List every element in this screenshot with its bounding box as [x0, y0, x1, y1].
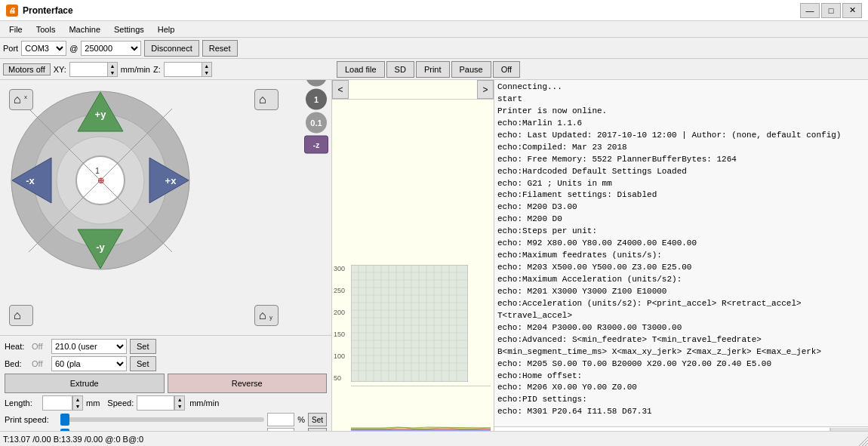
speed-arrows: ▲ ▼: [174, 395, 185, 411]
mm-unit: mm: [86, 398, 100, 408]
neg-x-label: -x: [26, 175, 35, 186]
y-300: 300: [334, 265, 345, 272]
console-output[interactable]: Connecting... start Printer is now onlin…: [494, 80, 868, 426]
step-10[interactable]: 10: [306, 80, 327, 87]
bed-select[interactable]: 60 (pla: [51, 356, 127, 371]
sd-button[interactable]: SD: [386, 61, 414, 78]
port-label: Port: [3, 44, 18, 53]
y-200: 200: [334, 309, 345, 316]
length-input[interactable]: 5.0: [42, 395, 72, 411]
step-1[interactable]: 1: [306, 89, 327, 110]
jog-circle-svg: +y -y +x -x ⊕ 1: [6, 86, 195, 275]
motors-row: Motors off XY: 3000 ▲ ▼ mm/min Z: 100 ▲ …: [3, 62, 335, 77]
console-line: echo: M204 P3000.00 R3000.00 T3000.00: [497, 322, 865, 334]
home-xyz-button[interactable]: ⌂x: [9, 89, 33, 110]
console-line: echo: M92 X80.00 Y80.00 Z4000.00 E400.00: [497, 238, 865, 250]
z-speed-input[interactable]: 100: [164, 62, 202, 77]
heat-label: Heat:: [5, 342, 29, 351]
length-arrows: ▲ ▼: [72, 395, 83, 411]
menu-file[interactable]: File: [3, 23, 29, 35]
speed-input-group: 100.0 ▲ ▼: [137, 395, 185, 411]
heat-select[interactable]: 210.0 (user: [51, 339, 127, 354]
z-speed-down[interactable]: ▼: [202, 69, 211, 76]
port-select[interactable]: COM3: [21, 41, 66, 56]
middle-panel: < >: [332, 80, 494, 446]
xy-speed-input[interactable]: 3000: [69, 62, 107, 77]
minimize-button[interactable]: —: [800, 3, 820, 18]
home-bottom-button[interactable]: ⌂: [9, 305, 33, 326]
prev-button[interactable]: <: [332, 80, 349, 99]
svg-rect-14: [351, 265, 468, 382]
preview-nav-row: < >: [332, 80, 494, 100]
console-line: echo: Free Memory: 5522 PlannerBufferByt…: [497, 154, 865, 166]
disconnect-button[interactable]: Disconnect: [144, 40, 199, 57]
console-line: echo:Marlin 1.1.6: [497, 118, 865, 130]
close-button[interactable]: ✕: [842, 3, 862, 18]
xy-speed-up[interactable]: ▲: [108, 63, 117, 69]
speed-label: Speed:: [107, 398, 134, 408]
menu-machine[interactable]: Machine: [63, 23, 106, 35]
reset-button[interactable]: Reset: [202, 40, 238, 57]
length-up[interactable]: ▲: [73, 396, 82, 403]
svg-text:⌂: ⌂: [259, 309, 266, 321]
speed-down[interactable]: ▼: [175, 403, 184, 410]
console-line: echo: M200 D3.00: [497, 201, 865, 214]
length-down[interactable]: ▼: [73, 403, 82, 410]
bed-set-button[interactable]: Set: [130, 356, 156, 371]
console-line: echo:Compiled: Mar 23 2018: [497, 142, 865, 154]
console-line: echo: M205 S0.00 T0.00 B20000 X20.00 Y20…: [497, 358, 865, 371]
z-label: Z:: [153, 65, 161, 74]
console-line: Printer is now online.: [497, 106, 865, 118]
heat-set-button[interactable]: Set: [130, 339, 156, 354]
resize-handle[interactable]: [859, 437, 868, 446]
off-button[interactable]: Off: [493, 61, 520, 78]
home-y-button[interactable]: ⌂: [254, 89, 279, 110]
console-line: echo: M201 X3000 Y3000 Z100 E10000: [497, 286, 865, 298]
heat-row: Heat: Off 210.0 (user Set: [5, 339, 327, 354]
svg-line-44: [862, 440, 868, 446]
console-line: echo:Maximum feedrates (units/s):: [497, 250, 865, 262]
console-line: echo:Maximum Acceleration (units/s2):: [497, 274, 865, 286]
title-bar: 🖨 Pronterface — □ ✕: [0, 0, 868, 21]
print-speed-set-button[interactable]: Set: [308, 413, 327, 426]
y-50: 50: [334, 374, 345, 382]
step-01[interactable]: 0.1: [306, 112, 327, 134]
menu-settings[interactable]: Settings: [108, 23, 150, 35]
extrude-button[interactable]: Extrude: [5, 374, 165, 393]
console-line: echo:Steps per unit:: [497, 226, 865, 238]
y-axis: 300 250 200 150 100 50: [334, 265, 345, 382]
z-speed-up[interactable]: ▲: [202, 63, 211, 69]
reverse-button[interactable]: Reverse: [168, 374, 328, 393]
bottom-controls: Heat: Off 210.0 (user Set Bed: Off 60 (p…: [0, 335, 331, 446]
xy-speed-input-group: 3000 ▲ ▼: [69, 62, 118, 77]
xy-unit-label: mm/min: [121, 65, 150, 74]
temp-chart-svg: [351, 386, 491, 431]
menu-tools[interactable]: Tools: [30, 23, 62, 35]
svg-text:⌂: ⌂: [14, 309, 21, 321]
home-y-bottom-button[interactable]: ⌂y: [254, 305, 279, 326]
menu-help[interactable]: Help: [152, 23, 181, 35]
z-controls: +z 100 10 1 0.1 -z: [304, 80, 328, 154]
speed-input[interactable]: 100.0: [137, 395, 174, 411]
print-button[interactable]: Print: [416, 61, 450, 78]
maximize-button[interactable]: □: [821, 3, 841, 18]
length-input-group: 5.0 ▲ ▼: [42, 395, 83, 411]
svg-text:⌂: ⌂: [259, 93, 266, 106]
speed-up[interactable]: ▲: [175, 396, 184, 403]
next-button[interactable]: >: [477, 80, 494, 99]
print-speed-value[interactable]: 100: [267, 413, 294, 426]
neg-z-button[interactable]: -z: [304, 136, 328, 154]
print-speed-track[interactable]: [60, 417, 264, 422]
motors-off-button[interactable]: Motors off: [3, 63, 51, 75]
load-file-button[interactable]: Load file: [337, 61, 385, 78]
baud-select[interactable]: 250000: [81, 41, 141, 56]
left-panel: +y -y +x -x ⊕ 1 ⌂x ⌂ ⌂: [0, 80, 332, 446]
print-speed-thumb[interactable]: [60, 414, 69, 426]
console-line: echo: Last Updated: 2017-10-10 12:00 | A…: [497, 130, 865, 142]
xy-speed-arrows: ▲ ▼: [107, 62, 118, 77]
console-line: start: [497, 94, 865, 106]
xy-speed-down[interactable]: ▼: [108, 69, 117, 76]
pos-y-label: +y: [95, 109, 107, 120]
pause-button[interactable]: Pause: [451, 61, 491, 78]
svg-text:x: x: [24, 94, 27, 100]
